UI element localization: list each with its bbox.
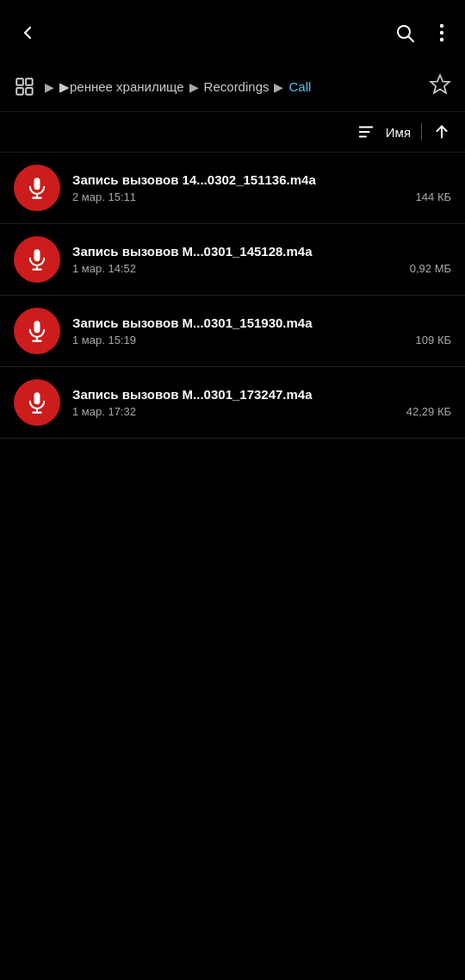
svg-rect-17 (34, 249, 40, 261)
breadcrumb-item-recordings[interactable]: Recordings (204, 79, 270, 94)
more-icon (439, 22, 444, 43)
more-button[interactable] (436, 19, 448, 47)
top-bar-right (391, 19, 448, 47)
star-button[interactable] (429, 73, 451, 101)
file-info: Запись вызовов М...0301_145128.m4a 1 мар… (72, 244, 451, 275)
search-icon (394, 22, 415, 43)
svg-point-3 (440, 31, 443, 34)
search-button[interactable] (391, 19, 418, 47)
mic-icon (25, 247, 49, 272)
file-info: Запись вызовов М...0301_173247.m4a 1 мар… (72, 387, 451, 418)
svg-point-2 (440, 24, 443, 28)
svg-rect-7 (26, 78, 33, 85)
sort-icon (356, 122, 375, 141)
file-meta: 1 мар. 17:32 42,29 КБ (72, 405, 451, 418)
file-icon (14, 236, 60, 283)
file-info: Запись вызовов 14...0302_151136.m4a 2 ма… (72, 172, 451, 203)
file-meta: 2 мар. 15:11 144 КБ (72, 190, 451, 203)
svg-marker-9 (431, 75, 450, 93)
file-item[interactable]: Запись вызовов М...0301_173247.m4a 1 мар… (0, 367, 465, 439)
file-name: Запись вызовов 14...0302_151136.m4a (72, 172, 451, 187)
file-size: 144 КБ (416, 190, 451, 203)
mic-icon (25, 390, 49, 415)
file-list: Запись вызовов 14...0302_151136.m4a 2 ма… (0, 153, 465, 439)
file-date: 1 мар. 15:19 (72, 334, 136, 346)
file-meta: 1 мар. 15:19 109 КБ (72, 334, 451, 346)
svg-point-4 (440, 38, 443, 41)
file-name: Запись вызовов М...0301_151930.m4a (72, 315, 451, 330)
top-bar (0, 0, 465, 62)
file-size: 0,92 МБ (410, 262, 451, 275)
sort-icon-button[interactable] (353, 119, 379, 145)
file-size: 109 КБ (416, 334, 451, 346)
sort-order-button[interactable] (432, 122, 451, 141)
sort-up-icon (432, 122, 451, 141)
home-icon (14, 76, 36, 98)
breadcrumb: ▶ ▶реннее хранилище ▶ Recordings ▶ Call (0, 62, 465, 112)
mic-icon (25, 319, 49, 343)
back-button[interactable] (14, 19, 41, 47)
svg-line-1 (409, 37, 414, 42)
top-bar-left (14, 19, 41, 47)
file-info: Запись вызовов М...0301_151930.m4a 1 мар… (72, 315, 451, 346)
sort-label[interactable]: Имя (386, 125, 411, 140)
file-date: 1 мар. 14:52 (72, 262, 136, 275)
breadcrumb-sep-3: ▶ (274, 80, 283, 94)
file-name: Запись вызовов М...0301_145128.m4a (72, 244, 451, 259)
svg-rect-23 (34, 392, 40, 404)
file-meta: 1 мар. 14:52 0,92 МБ (72, 262, 451, 275)
file-name: Запись вызовов М...0301_173247.m4a (72, 387, 451, 402)
breadcrumb-item-call[interactable]: Call (288, 79, 311, 94)
mic-icon (25, 176, 49, 200)
svg-rect-14 (34, 178, 40, 190)
file-icon (14, 379, 60, 426)
sort-bar: Имя (0, 112, 465, 153)
file-date: 2 мар. 15:11 (72, 190, 136, 203)
svg-rect-5 (16, 78, 23, 85)
file-item[interactable]: Запись вызовов М...0301_151930.m4a 1 мар… (0, 296, 465, 367)
breadcrumb-item-storage[interactable]: ▶реннее хранилище (59, 79, 184, 95)
breadcrumb-sep-2: ▶ (189, 80, 199, 94)
file-item[interactable]: Запись вызовов М...0301_145128.m4a 1 мар… (0, 224, 465, 296)
file-item[interactable]: Запись вызовов 14...0302_151136.m4a 2 ма… (0, 153, 465, 224)
file-date: 1 мар. 17:32 (72, 405, 136, 418)
file-icon (14, 165, 60, 211)
back-icon (17, 22, 38, 43)
svg-rect-8 (26, 88, 33, 95)
svg-rect-6 (16, 88, 23, 95)
breadcrumb-sep-1: ▶ (45, 80, 54, 94)
sort-divider (421, 123, 422, 140)
svg-rect-20 (34, 321, 40, 333)
star-icon (429, 73, 451, 96)
breadcrumb-home[interactable] (10, 74, 40, 100)
file-icon (14, 308, 60, 354)
file-size: 42,29 КБ (406, 405, 451, 418)
